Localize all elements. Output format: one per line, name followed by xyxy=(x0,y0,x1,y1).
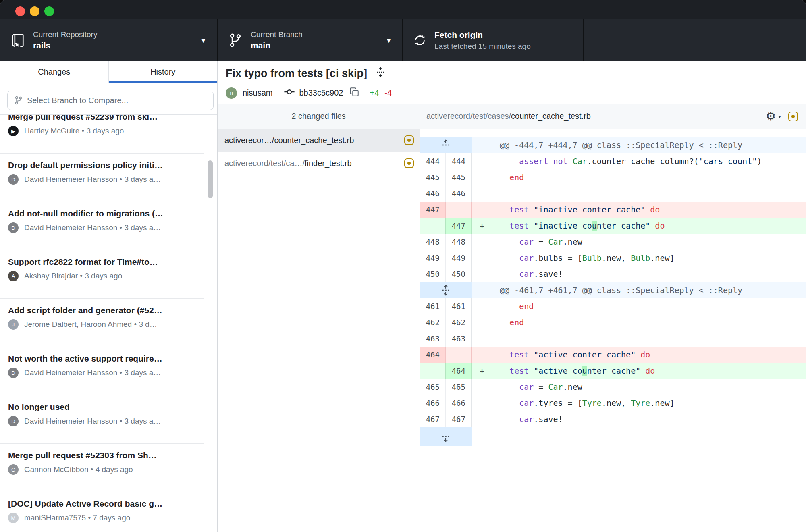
diff-line-ctx: 444444 assert_not Car.counter_cache_colu… xyxy=(420,153,806,169)
expand-context-row xyxy=(420,427,806,446)
code-line: + test "inactive counter cache" do xyxy=(472,218,806,234)
commit-list-item[interactable]: Drop default permissions policy initi…DD… xyxy=(0,160,204,202)
code-line: end xyxy=(472,314,806,330)
history-sidebar: Changes History Select Branch to Compare… xyxy=(0,61,218,532)
avatar: D xyxy=(8,174,19,185)
close-window-button[interactable] xyxy=(15,6,25,16)
toolbar: Current Repository rails ▼ Current Branc… xyxy=(0,19,806,61)
chevron-down-icon[interactable]: ▾ xyxy=(778,113,781,120)
current-branch-value: main xyxy=(251,40,303,51)
sidebar-scrollbar[interactable] xyxy=(208,160,213,198)
code-line: car.save! xyxy=(472,266,806,282)
modified-file-icon xyxy=(404,158,414,168)
maximize-window-button[interactable] xyxy=(44,6,54,16)
file-path-prefix: activerecor…/ xyxy=(224,136,274,145)
commit-author-avatar: n xyxy=(226,87,237,99)
fetch-origin-label: Fetch origin xyxy=(434,30,531,40)
changed-files-summary: 2 changed files xyxy=(218,104,420,129)
hunk-header-text: @@ -461,7 +461,7 @@ class ::SpecialReply… xyxy=(472,282,806,298)
old-line-number xyxy=(420,363,446,379)
modified-file-icon xyxy=(404,135,414,145)
branch-compare-bar: Select Branch to Compare... xyxy=(0,83,217,115)
new-line-number: 464 xyxy=(446,363,472,379)
commit-list-meta: maniSHarma7575 • 7 days ago xyxy=(24,513,197,522)
commit-list-item[interactable]: Add not-null modifier to migrations (…DD… xyxy=(0,209,204,250)
code-line: - test "inactive conter cache" do xyxy=(472,202,806,218)
tab-changes[interactable]: Changes xyxy=(0,61,109,83)
avatar: D xyxy=(8,416,19,426)
copy-sha-icon[interactable] xyxy=(349,87,359,99)
commit-list-item[interactable]: Add script folder and generator (#52…JJe… xyxy=(0,305,204,347)
code-line: car.save! xyxy=(472,411,806,427)
fetch-origin-button[interactable]: Fetch origin Last fetched 15 minutes ago xyxy=(403,19,584,61)
commit-list-item[interactable]: Merge pull request #52239 from ski…▶Hart… xyxy=(0,115,204,154)
commit-list-meta: Gannon McGibbon • 4 days ago xyxy=(24,465,197,474)
commit-list-item[interactable]: Merge pull request #52303 from Sh…GGanno… xyxy=(0,451,204,492)
changed-file-row[interactable]: activerecord/test/ca…/finder_test.rb xyxy=(218,152,420,175)
commit-list-item[interactable]: Not worth the active support require…DDa… xyxy=(0,354,204,395)
diff-line-ctx: 448448 car = Car.new xyxy=(420,234,806,250)
diff-marker: + xyxy=(472,366,500,376)
new-line-number: 462 xyxy=(446,314,472,330)
diff-file-name: counter_cache_test.rb xyxy=(511,112,591,121)
changed-file-row[interactable]: activerecor…/counter_cache_test.rb xyxy=(218,129,420,152)
tab-history[interactable]: History xyxy=(109,61,218,83)
old-line-number: 445 xyxy=(420,169,446,185)
code-line: car.tyres = [Tyre.new, Tyre.new] xyxy=(472,395,806,411)
minimize-window-button[interactable] xyxy=(30,6,39,16)
diff-marker: - xyxy=(472,350,500,360)
old-line-number: 465 xyxy=(420,379,446,395)
commit-list-item[interactable]: Support rfc2822 format for Time#to…AAksh… xyxy=(0,257,204,299)
new-line-number: 465 xyxy=(446,379,472,395)
current-branch-dropdown[interactable]: Current Branch main ▼ xyxy=(218,19,403,61)
avatar: D xyxy=(8,368,19,378)
commit-sha: bb33c5c902 xyxy=(299,88,343,98)
branch-icon xyxy=(228,33,243,48)
avatar: A xyxy=(8,271,19,281)
commit-list-meta: Akshay Birajdar • 3 days ago xyxy=(24,272,197,281)
new-line-number: 450 xyxy=(446,266,472,282)
expand-down-icon[interactable] xyxy=(420,427,472,446)
diff-file-header: activerecord/test/cases/counter_cache_te… xyxy=(420,104,806,129)
commit-icon xyxy=(284,86,295,100)
chevron-down-icon: ▼ xyxy=(200,37,206,44)
select-branch-to-compare-input[interactable]: Select Branch to Compare... xyxy=(7,91,214,110)
commit-list-meta: David Heinemeier Hansson • 3 days a… xyxy=(24,175,197,184)
avatar: G xyxy=(8,464,19,475)
diff-line-ctx: 463463 xyxy=(420,330,806,347)
commit-list-title: Merge pull request #52239 from ski… xyxy=(8,115,197,122)
changed-files-panel: 2 changed files activerecor…/counter_cac… xyxy=(218,104,420,532)
gear-icon[interactable]: ⚙ xyxy=(766,110,776,123)
old-line-number: 446 xyxy=(420,185,446,202)
new-line-number xyxy=(446,202,472,218)
commit-list-item[interactable]: [DOC] Update Active Record basic g…Mmani… xyxy=(0,499,204,532)
new-line-number: 466 xyxy=(446,395,472,411)
diff-marker: - xyxy=(472,205,500,214)
code-line xyxy=(472,185,806,202)
old-line-number: 464 xyxy=(420,347,446,363)
deletions-count: -4 xyxy=(384,88,392,98)
commit-header: Fix typo from tests [ci skip] n nisusam … xyxy=(218,61,806,104)
current-repository-dropdown[interactable]: Current Repository rails ▼ xyxy=(0,19,218,61)
diff-line-ctx: 462462 end xyxy=(420,314,806,330)
app-window: Current Repository rails ▼ Current Branc… xyxy=(0,0,806,532)
diff-line-add: 447+ test "inactive counter cache" do xyxy=(420,218,806,234)
code-line: + test "active counter cache" do xyxy=(472,363,806,379)
diff-panel: activerecord/test/cases/counter_cache_te… xyxy=(420,104,806,532)
sidebar-tabs: Changes History xyxy=(0,61,217,83)
diff-line-del: 447- test "inactive conter cache" do xyxy=(420,202,806,218)
expand-up-icon[interactable] xyxy=(420,137,472,153)
new-line-number: 447 xyxy=(446,218,472,234)
modified-file-icon xyxy=(788,112,798,121)
old-line-number: 466 xyxy=(420,395,446,411)
commit-list-item[interactable]: No longer usedDDavid Heinemeier Hansson … xyxy=(0,402,204,444)
toolbar-spacer xyxy=(584,19,806,61)
diff-line-ctx: 445445 end xyxy=(420,169,806,185)
commit-list-meta: David Heinemeier Hansson • 3 days a… xyxy=(24,223,197,232)
hunk-header-text xyxy=(472,427,806,446)
expand-both-icon[interactable] xyxy=(420,282,472,298)
commit-list-title: Support rfc2822 format for Time#to… xyxy=(8,257,197,267)
unfold-commit-details-icon[interactable] xyxy=(375,67,386,80)
fetch-origin-status: Last fetched 15 minutes ago xyxy=(434,42,531,51)
hunk-header-text: @@ -444,7 +444,7 @@ class ::SpecialReply… xyxy=(472,137,806,153)
